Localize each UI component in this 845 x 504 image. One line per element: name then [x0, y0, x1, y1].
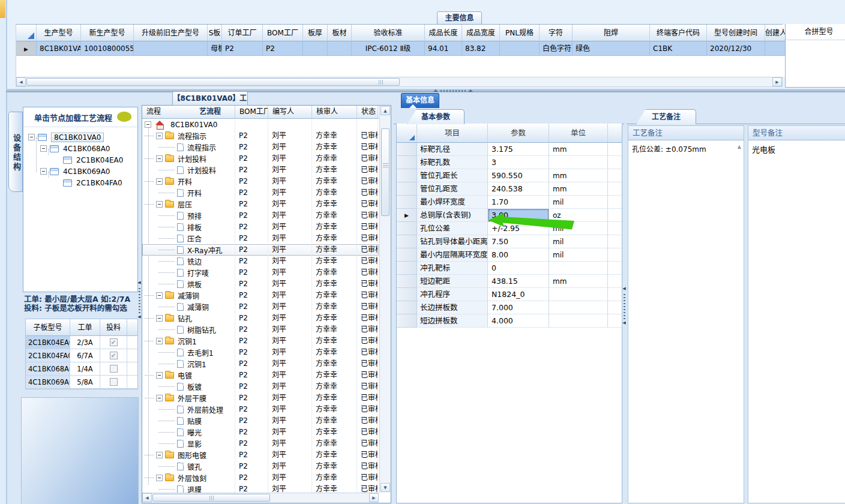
process-row[interactable]: 层压P2刘平方幸幸已审核 [142, 199, 379, 210]
column-header[interactable]: 子板型号 [26, 319, 70, 336]
process-row[interactable]: 压合P2刘平方幸幸已审核 [142, 233, 379, 244]
process-row[interactable]: 流程指示P2刘平方幸幸已审核 [142, 130, 379, 142]
tab-main-info[interactable]: 主要信息 [437, 11, 482, 25]
column-header[interactable]: 板厚 [303, 25, 328, 41]
param-value[interactable]: N1824_0 [488, 288, 549, 301]
process-row[interactable]: 板镀P2刘平方幸幸已审核 [142, 381, 379, 392]
process-row[interactable]: 外层前处理P2刘平方幸幸已审核 [142, 404, 379, 415]
param-row-header[interactable] [397, 314, 417, 328]
column-header[interactable]: 成品长度 [425, 25, 462, 41]
tree-expander-icon[interactable] [156, 133, 163, 139]
model-cell[interactable] [303, 41, 328, 56]
model-grid-row[interactable]: ▶ 8C1BK01VA010010800055990母板P2P2IPC-6012… [16, 41, 785, 56]
column-header[interactable]: 阻焊 [573, 25, 650, 41]
process-row[interactable]: 沉铜1P2刘平方幸幸已审核 [142, 335, 379, 347]
param-row[interactable]: 管位孔距宽240.538mm [397, 182, 622, 196]
param-row[interactable]: 最小内层隔离环宽度8.00mil [397, 248, 622, 262]
column-header[interactable]: 订单工厂 [222, 25, 263, 41]
process-row[interactable]: 减薄铜P2刘平方幸幸已审核 [142, 290, 379, 301]
process-row[interactable]: 钻孔P2刘平方幸幸已审核 [142, 313, 379, 324]
left-panel-splitter[interactable]: ◀ ◀ [137, 281, 142, 319]
horizontal-scrollbar[interactable]: ◀ ▶ [142, 493, 379, 503]
column-header[interactable]: 工单 [70, 319, 100, 336]
param-value[interactable]: 590.550 [488, 169, 549, 182]
tree-expander-icon[interactable] [156, 178, 163, 185]
tree-expander-icon[interactable] [156, 292, 163, 299]
tab-basic-params[interactable]: 基本参数 [407, 109, 465, 124]
process-row[interactable]: 计划投料P2刘平方幸幸已审核 [142, 153, 379, 164]
param-value[interactable]: 3.175 [488, 143, 549, 156]
model-cell[interactable]: 8C1BK01VA0 [37, 41, 81, 56]
column-header[interactable]: 项目 [417, 124, 488, 143]
scroll-right-button[interactable]: ▶ [369, 493, 379, 502]
model-cell[interactable]: 10010800055990 [81, 41, 134, 56]
param-row[interactable]: 最小焊环宽度1.70mil [397, 196, 622, 209]
column-header[interactable]: 型号创建时间 [707, 25, 765, 41]
param-value[interactable]: 3 [488, 156, 549, 169]
tree-node[interactable]: 8C1BK01VA0 [23, 131, 137, 143]
process-row[interactable]: 流程指示P2刘平方幸幸已审核 [142, 142, 379, 153]
process-row[interactable]: 外层蚀刻P2刘平方幸幸已审核 [142, 472, 379, 484]
model-cell[interactable]: C1BK [650, 41, 707, 56]
model-cell[interactable] [328, 41, 352, 56]
param-value[interactable]: 438.15 [488, 275, 549, 288]
column-header[interactable]: S板 [208, 25, 222, 41]
column-header[interactable]: 字符 [540, 25, 573, 41]
model-cell[interactable]: 83.82 [462, 41, 500, 56]
param-row[interactable]: 标靶孔径3.175mm [397, 143, 622, 156]
param-row[interactable]: 短边拼板数4.000 [397, 314, 622, 328]
param-value[interactable]: 7.50 [488, 235, 549, 248]
column-header[interactable]: 创建人 [765, 25, 786, 41]
tree-node[interactable]: 2C1BK04FA0 [23, 177, 137, 188]
column-header[interactable]: 板材 [328, 25, 352, 41]
tree-expander-icon[interactable] [156, 155, 163, 162]
tree-expander-icon[interactable] [156, 315, 163, 322]
scroll-up-icon[interactable]: ▲ [738, 144, 741, 149]
scroll-up-button[interactable]: ▲ [380, 106, 390, 115]
tree-expander-icon[interactable] [40, 145, 47, 152]
param-row-header[interactable] [397, 222, 417, 235]
tree-node[interactable]: 2C1BK04EA0 [23, 154, 137, 166]
param-row-header[interactable] [397, 262, 417, 275]
tree-node[interactable]: 4C1BK068A0 [23, 143, 137, 154]
merge-model-header[interactable]: 合拼型号 [786, 24, 845, 40]
column-header[interactable]: 状态 [357, 106, 378, 118]
splitter-grip[interactable] [433, 89, 475, 92]
param-row[interactable]: 冲孔靶标0 [397, 262, 622, 275]
param-row[interactable]: 短边靶距438.15mm [397, 275, 622, 288]
tab-process-flow[interactable]: 【8C1BK01VA0】工艺流程 [172, 91, 248, 106]
param-row-header[interactable] [397, 235, 417, 248]
column-header[interactable] [608, 124, 622, 143]
process-row[interactable]: 电镀P2刘平方幸幸已审核 [142, 370, 379, 381]
scroll-left-button[interactable]: ◀ [16, 77, 26, 86]
subboard-row[interactable]: 2C1BK04FA06/7A✔ [26, 349, 137, 362]
param-value[interactable]: 240.538 [488, 182, 549, 196]
column-header[interactable]: PNL规格 [500, 25, 540, 41]
process-row[interactable]: 铣边P2刘平方幸幸已审核 [142, 256, 379, 267]
process-row[interactable]: 显影P2刘平方幸幸已审核 [142, 438, 379, 449]
right-panel-splitter[interactable]: ◀ ◀ [622, 287, 627, 325]
column-header[interactable]: 新生产型号 [81, 25, 134, 41]
feed-checkbox[interactable]: ✔ [110, 352, 118, 359]
column-header[interactable]: 投料 [100, 319, 127, 336]
column-header[interactable]: 成品宽度 [462, 25, 500, 41]
column-header[interactable]: 终端客户代码 [650, 25, 707, 41]
tree-expander-icon[interactable] [156, 201, 163, 208]
param-row-header[interactable] [397, 275, 417, 288]
model-cell[interactable]: 母板 [208, 41, 222, 56]
model-remarks-text[interactable]: 光电板 [748, 140, 845, 158]
param-value[interactable]: 4.000 [488, 314, 549, 328]
scroll-left-button[interactable]: ◀ [142, 493, 152, 502]
select-all-corner[interactable] [16, 25, 37, 41]
param-row[interactable]: 长边拼板数7.000 [397, 301, 622, 314]
process-row[interactable]: 图形电镀P2刘平方幸幸已审核 [142, 449, 379, 461]
model-cell[interactable]: 2020/12/30 [707, 41, 765, 56]
vertical-scrollbar[interactable]: ▲ ▼ [379, 106, 391, 493]
process-row[interactable]: 外层干膜P2刘平方幸幸已审核 [142, 392, 379, 404]
column-header[interactable]: BOM工厂 [263, 25, 303, 41]
scroll-right-button[interactable]: ▶ [772, 77, 782, 86]
process-row[interactable]: X-Ray冲孔P2刘平方幸幸已审核 [142, 244, 379, 256]
tree-expander-icon[interactable] [40, 168, 47, 175]
process-row[interactable]: 曝光P2刘平方幸幸已审核 [142, 427, 379, 438]
model-cell[interactable] [134, 41, 208, 56]
